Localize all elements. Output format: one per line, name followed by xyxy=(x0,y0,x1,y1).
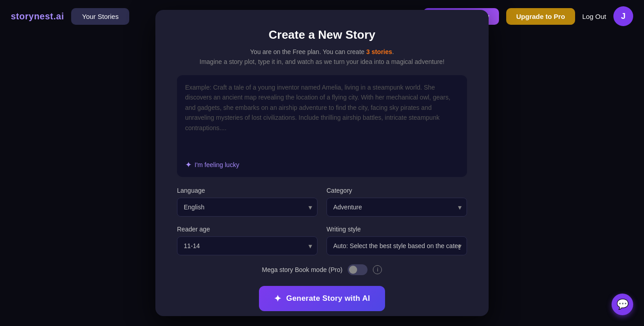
chat-bubble-button[interactable]: 💬 xyxy=(612,294,633,315)
mega-story-toggle[interactable] xyxy=(348,264,367,275)
create-story-modal: Create a New Story You are on the Free p… xyxy=(155,10,489,316)
subtitle-suffix: . xyxy=(392,48,394,55)
sparkle-small-icon: ✦ xyxy=(185,160,192,170)
modal-subtitle: You are on the Free plan. You can create… xyxy=(177,48,467,55)
language-select[interactable]: English Spanish French German xyxy=(177,198,317,217)
generate-button[interactable]: ✦ Generate Story with AI xyxy=(259,286,385,311)
modal-title: Create a New Story xyxy=(177,28,467,42)
modal-description: Imagine a story plot, type it in, and wa… xyxy=(177,58,467,65)
lucky-label: I'm feeling lucky xyxy=(195,161,239,168)
form-row-age-style: Reader age 5-7 8-10 11-14 15-18 18+ Writ… xyxy=(177,226,467,255)
generate-label: Generate Story with AI xyxy=(286,294,370,303)
language-select-wrap: English Spanish French German xyxy=(177,198,317,217)
reader-age-group: Reader age 5-7 8-10 11-14 15-18 18+ xyxy=(177,226,317,255)
language-label: Language xyxy=(177,187,317,194)
generate-sparkle-icon: ✦ xyxy=(274,293,281,304)
mega-story-row: Mega story Book mode (Pro) i xyxy=(177,264,467,275)
category-select[interactable]: Adventure Fantasy Science Fiction Myster… xyxy=(327,198,467,217)
feeling-lucky-button[interactable]: ✦ I'm feeling lucky xyxy=(185,160,239,170)
category-label: Category xyxy=(327,187,467,194)
writing-style-label: Writing style xyxy=(327,226,467,233)
writing-style-select[interactable]: Auto: Select the best style based on the… xyxy=(327,236,467,255)
mega-story-label: Mega story Book mode (Pro) xyxy=(262,266,343,273)
category-group: Category Adventure Fantasy Science Ficti… xyxy=(327,187,467,217)
category-select-wrap: Adventure Fantasy Science Fiction Myster… xyxy=(327,198,467,217)
story-textarea[interactable] xyxy=(185,82,459,154)
form-row-language-category: Language English Spanish French German C… xyxy=(177,187,467,217)
reader-age-select[interactable]: 5-7 8-10 11-14 15-18 18+ xyxy=(177,236,317,255)
info-icon[interactable]: i xyxy=(373,265,382,274)
subtitle-prefix: You are on the Free plan. You can create xyxy=(250,48,366,55)
subtitle-highlight: 3 stories xyxy=(366,48,392,55)
story-input-wrapper: ✦ I'm feeling lucky xyxy=(177,75,467,177)
modal-backdrop: Create a New Story You are on the Free p… xyxy=(0,0,644,326)
writing-style-select-wrap: Auto: Select the best style based on the… xyxy=(327,236,467,255)
reader-age-label: Reader age xyxy=(177,226,317,233)
writing-style-group: Writing style Auto: Select the best styl… xyxy=(327,226,467,255)
language-group: Language English Spanish French German xyxy=(177,187,317,217)
reader-age-select-wrap: 5-7 8-10 11-14 15-18 18+ xyxy=(177,236,317,255)
